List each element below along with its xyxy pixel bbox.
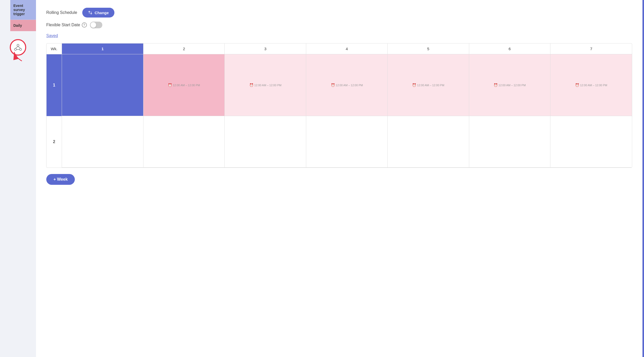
week-1-label: 1 xyxy=(47,54,62,116)
week2-day2-cell[interactable] xyxy=(143,116,225,168)
flexible-start-date-label: Flexible Start Date ? xyxy=(46,22,87,28)
svg-line-10 xyxy=(15,46,18,48)
calendar-grid: Wk. 1 2 3 4 5 6 7 1 ⏰ 12:00 AM – 12:00 P… xyxy=(46,43,632,168)
flexible-start-date-toggle[interactable] xyxy=(90,22,102,28)
change-button[interactable]: Change xyxy=(82,8,114,18)
week2-day4-cell[interactable] xyxy=(306,116,388,168)
week1-day6-cell[interactable]: ⏰ 12:00 AM – 12:00 PM xyxy=(469,54,551,116)
week1-day7-cell[interactable]: ⏰ 12:00 AM – 12:00 PM xyxy=(550,54,632,116)
rolling-schedule-row: Rolling Schedule Change xyxy=(46,8,632,18)
help-icon[interactable]: ? xyxy=(82,22,87,28)
col-header-7: 7 xyxy=(550,43,632,54)
week-2-row: 2 xyxy=(47,116,632,168)
week2-day6-cell[interactable] xyxy=(469,116,551,168)
week1-day2-cell[interactable]: ⏰ 12:00 AM – 12:00 PM xyxy=(143,54,225,116)
week2-day7-cell[interactable] xyxy=(550,116,632,168)
week1-day2-time: ⏰ 12:00 AM – 12:00 PM xyxy=(167,82,201,88)
week1-day1-cell[interactable] xyxy=(62,54,143,116)
week1-day4-time: ⏰ 12:00 AM – 12:00 PM xyxy=(330,82,364,88)
col-header-3: 3 xyxy=(225,43,306,54)
nav-item-daily[interactable]: Daily xyxy=(10,20,36,31)
col-header-6: 6 xyxy=(469,43,551,54)
week-2-label: 2 xyxy=(47,116,62,168)
week1-day3-cell[interactable]: ⏰ 12:00 AM – 12:00 PM xyxy=(225,54,306,116)
nav-panel: Event survey trigger Daily xyxy=(10,0,36,31)
nav-item-event-survey[interactable]: Event survey trigger xyxy=(10,0,36,20)
network-icon-wrapper xyxy=(10,39,26,56)
svg-line-11 xyxy=(18,46,21,48)
week1-day4-cell[interactable]: ⏰ 12:00 AM – 12:00 PM xyxy=(306,54,388,116)
week2-day3-cell[interactable] xyxy=(225,116,306,168)
week1-day7-time: ⏰ 12:00 AM – 12:00 PM xyxy=(574,82,608,88)
rolling-schedule-label: Rolling Schedule xyxy=(46,10,77,15)
col-header-1: 1 xyxy=(62,43,143,54)
week1-day5-cell[interactable]: ⏰ 12:00 AM – 12:00 PM xyxy=(388,54,469,116)
week1-day5-time: ⏰ 12:00 AM – 12:00 PM xyxy=(411,82,445,88)
calendar-header: Wk. 1 2 3 4 5 6 7 xyxy=(47,43,632,54)
col-header-4: 4 xyxy=(306,43,388,54)
wk-header: Wk. xyxy=(47,43,62,54)
week1-day3-time: ⏰ 12:00 AM – 12:00 PM xyxy=(248,82,283,88)
week1-day6-time: ⏰ 12:00 AM – 12:00 PM xyxy=(493,82,527,88)
right-border-accent xyxy=(642,0,644,357)
saved-link[interactable]: Saved xyxy=(46,33,632,43)
toggle-knob xyxy=(90,22,96,28)
week2-day5-cell[interactable] xyxy=(388,116,469,168)
main-content: Rolling Schedule Change Flexible Start D… xyxy=(36,0,642,357)
col-header-2: 2 xyxy=(143,43,225,54)
red-arrow xyxy=(10,49,26,63)
change-icon xyxy=(88,10,93,15)
add-week-button[interactable]: + Week xyxy=(46,174,75,185)
col-header-5: 5 xyxy=(388,43,469,54)
flexible-start-date-row: Flexible Start Date ? xyxy=(46,22,632,28)
svg-point-7 xyxy=(17,44,19,46)
week-1-row: 1 ⏰ 12:00 AM – 12:00 PM ⏰ 12:00 AM – 12:… xyxy=(47,54,632,116)
week2-day1-cell[interactable] xyxy=(62,116,143,168)
